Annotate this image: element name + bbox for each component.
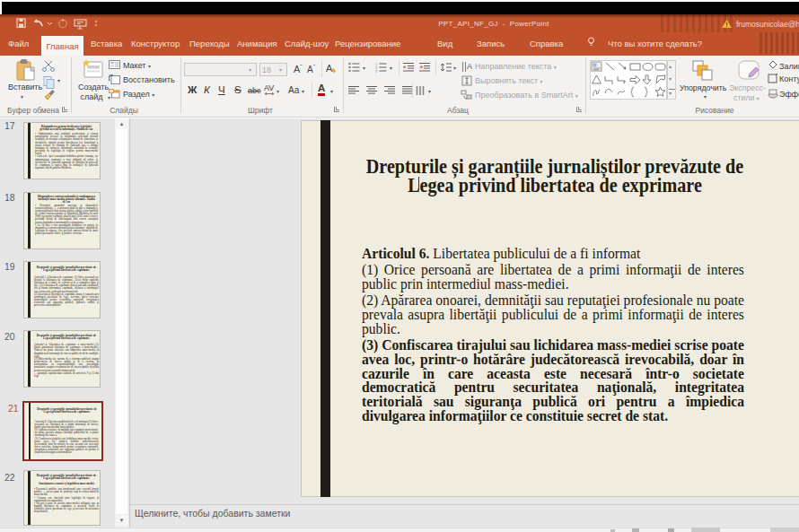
- svg-text:3: 3: [375, 69, 378, 74]
- svg-text:А: А: [467, 62, 472, 71]
- svg-text:A: A: [326, 63, 333, 74]
